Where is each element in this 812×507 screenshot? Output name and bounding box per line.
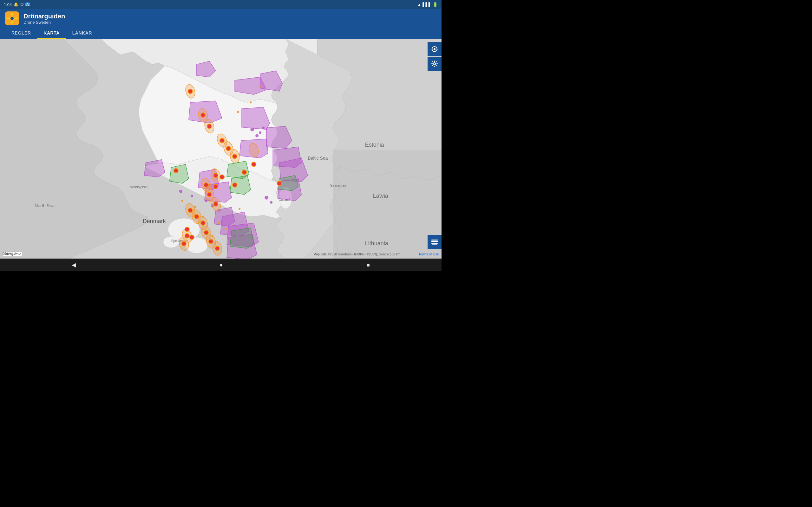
svg-point-108 <box>194 206 196 208</box>
svg-point-96 <box>185 227 189 232</box>
nav-tabs: REGLER KARTA LÄNKAR <box>5 28 437 39</box>
svg-point-95 <box>201 221 205 225</box>
svg-point-82 <box>233 154 237 159</box>
svg-rect-124 <box>432 244 437 245</box>
map-svg: Estonia Latvia Lithuania North Sea Balti… <box>0 39 442 259</box>
svg-point-42 <box>250 127 254 131</box>
svg-point-101 <box>185 233 189 238</box>
svg-point-84 <box>213 173 218 178</box>
svg-point-98 <box>204 230 208 235</box>
map-container[interactable]: Estonia Latvia Lithuania North Sea Balti… <box>0 39 442 259</box>
top-bar: Drönarguiden Drone Sweden REGLER KARTA L… <box>0 9 442 39</box>
svg-point-6 <box>11 21 13 23</box>
map-data-credit: Map data ©2020 GeoBasis-DE/BKG (©2009), … <box>313 252 400 256</box>
svg-point-104 <box>259 86 261 88</box>
svg-marker-75 <box>230 228 254 248</box>
svg-point-115 <box>434 48 436 50</box>
svg-point-85 <box>220 175 224 179</box>
svg-point-93 <box>188 208 193 213</box>
wifi-icon: ▲ <box>417 2 421 7</box>
svg-point-81 <box>226 146 231 151</box>
svg-point-106 <box>237 111 239 113</box>
svg-point-80 <box>220 138 224 143</box>
svg-text:Denmark: Denmark <box>143 218 166 224</box>
svg-point-112 <box>226 228 228 230</box>
svg-marker-72 <box>170 164 189 183</box>
svg-point-102 <box>182 241 186 246</box>
app-logo <box>5 11 19 25</box>
svg-text:Lithuania: Lithuania <box>365 240 389 246</box>
svg-point-97 <box>190 235 194 239</box>
svg-point-109 <box>202 216 204 218</box>
battery-icon: 🔋 <box>433 2 438 7</box>
app-subtitle: Drone Sweden <box>23 20 65 25</box>
svg-text:Latvia: Latvia <box>373 193 389 199</box>
svg-point-103 <box>277 181 281 186</box>
svg-point-83 <box>174 169 178 173</box>
svg-point-99 <box>209 239 213 244</box>
app-icon-a: A <box>26 3 30 6</box>
svg-point-88 <box>233 183 237 187</box>
svg-point-5 <box>11 13 13 15</box>
settings-button[interactable] <box>427 57 442 71</box>
svg-point-44 <box>255 134 258 137</box>
terms-of-use-link[interactable]: Terms of Use <box>418 252 439 256</box>
home-button[interactable]: ● <box>213 261 229 270</box>
svg-point-90 <box>252 162 256 167</box>
location-button[interactable] <box>427 42 442 56</box>
svg-point-43 <box>259 131 261 134</box>
svg-text:Estonia: Estonia <box>365 142 385 148</box>
svg-point-120 <box>434 63 436 65</box>
map-layers-button[interactable] <box>427 235 442 249</box>
bottom-nav: ◀ ● ■ <box>0 259 442 271</box>
bluetooth-icon: ⬡ <box>20 2 23 7</box>
svg-point-86 <box>204 183 208 187</box>
status-left: 1:04 🔔 ⬡ A <box>4 2 30 7</box>
svg-point-87 <box>213 184 218 189</box>
svg-point-51 <box>264 196 268 200</box>
status-bar: 1:04 🔔 ⬡ A ▲ ▌▌▌ 🔋 <box>0 0 442 9</box>
svg-point-52 <box>270 201 272 204</box>
svg-point-7 <box>7 17 9 19</box>
tab-lankar[interactable]: LÄNKAR <box>66 28 98 39</box>
svg-point-105 <box>250 101 252 103</box>
map-buttons <box>427 42 442 71</box>
svg-point-107 <box>182 200 183 202</box>
tab-regler[interactable]: REGLER <box>5 28 37 39</box>
svg-point-47 <box>191 195 193 198</box>
svg-rect-122 <box>432 241 438 242</box>
tab-karta[interactable]: KARTA <box>37 28 66 39</box>
svg-point-111 <box>218 222 220 224</box>
svg-point-113 <box>212 235 213 237</box>
back-button[interactable]: ◀ <box>65 260 83 270</box>
app-header: Drönarguiden Drone Sweden <box>5 11 437 28</box>
svg-point-0 <box>10 17 14 20</box>
svg-point-46 <box>179 190 183 193</box>
svg-point-79 <box>207 124 212 128</box>
status-right: ▲ ▌▌▌ 🔋 <box>417 2 438 7</box>
svg-point-110 <box>239 208 241 210</box>
alarm-icon: 🔔 <box>14 2 18 7</box>
svg-text:Vendsyssel: Vendsyssel <box>130 185 148 189</box>
status-time: 1:04 <box>4 2 12 7</box>
svg-rect-123 <box>432 243 438 244</box>
svg-point-92 <box>213 202 218 206</box>
app-title: Drönarguiden <box>23 12 65 20</box>
svg-point-78 <box>201 113 205 117</box>
svg-text:North Sea: North Sea <box>35 203 55 208</box>
recent-button[interactable]: ■ <box>360 261 376 270</box>
svg-text:Saaremaa: Saaremaa <box>330 183 346 187</box>
svg-point-100 <box>215 246 219 250</box>
svg-rect-121 <box>432 239 438 240</box>
svg-text:Baltic Sea: Baltic Sea <box>308 156 328 161</box>
svg-point-45 <box>262 126 264 129</box>
app-title-group: Drönarguiden Drone Sweden <box>23 12 65 25</box>
svg-point-77 <box>188 89 193 94</box>
svg-point-91 <box>207 192 212 197</box>
svg-point-94 <box>194 215 199 219</box>
google-logo: Google <box>3 251 17 256</box>
svg-point-89 <box>242 170 247 175</box>
signal-icon: ▌▌▌ <box>422 2 432 7</box>
svg-point-8 <box>15 17 17 19</box>
